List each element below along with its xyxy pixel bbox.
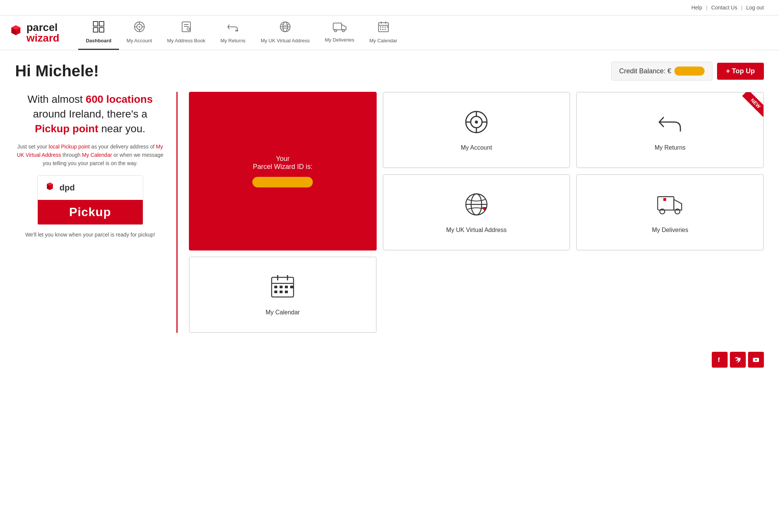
my-calendar-link[interactable]: My Calendar [82, 152, 112, 158]
returns-card-icon [657, 109, 683, 138]
svg-marker-53 [674, 200, 682, 210]
pickup-sub: Just set your local Pickup point as your… [15, 142, 165, 168]
logout-link[interactable]: Log out [746, 5, 764, 11]
nav-label-my-returns: My Returns [220, 38, 245, 43]
dpd-logo-icon [8, 25, 24, 41]
svg-rect-62 [280, 286, 283, 288]
pickup-heading-highlight2: Pickup point [35, 123, 98, 135]
svg-rect-38 [387, 26, 388, 28]
nav-item-dashboard[interactable]: Dashboard [78, 15, 119, 50]
svg-rect-67 [285, 291, 288, 293]
svg-rect-56 [663, 198, 666, 201]
right-grid: YourParcel Wizard ID is: My Account [189, 92, 764, 333]
nav-label-my-deliveries: My Deliveries [325, 37, 354, 43]
pickup-heading: With almost 600 locations around Ireland… [15, 92, 165, 136]
help-link[interactable]: Help [691, 5, 702, 11]
nav-label-my-account: My Account [127, 38, 152, 43]
pickup-heading-part3: near you. [98, 123, 145, 135]
parcel-id-value [252, 177, 313, 187]
nav-item-my-account[interactable]: My Account [119, 15, 159, 50]
svg-rect-63 [285, 286, 288, 288]
svg-rect-4 [99, 22, 104, 26]
svg-rect-6 [99, 28, 104, 32]
svg-marker-25 [342, 25, 346, 30]
nav-item-my-returns[interactable]: My Returns [213, 15, 253, 50]
svg-rect-5 [93, 28, 98, 32]
my-returns-card-wrapper: My Returns [576, 92, 764, 168]
dpd-pickup-card: dpd Pickup [37, 175, 143, 225]
calendar-card-icon [269, 274, 296, 303]
my-account-icon [133, 21, 145, 36]
svg-rect-64 [290, 286, 293, 288]
twitter-button[interactable] [730, 352, 746, 368]
pickup-heading-part2: around Ireland, there's a [33, 108, 147, 120]
youtube-button[interactable] [748, 352, 764, 368]
pickup-heading-highlight1: 600 locations [86, 93, 153, 105]
svg-point-9 [139, 26, 140, 28]
my-account-card-label: My Account [461, 144, 492, 151]
my-uk-virtual-address-card[interactable]: My UK Virtual Address [383, 175, 570, 250]
svg-rect-61 [274, 286, 277, 288]
my-account-card[interactable]: My Account [383, 92, 570, 168]
header-row: Hi Michele! Credit Balance: € + Top Up [15, 62, 764, 80]
parcel-id-title: YourParcel Wizard ID is: [253, 155, 312, 171]
my-uk-virtual-address-card-wrapper: My UK Virtual Address [383, 174, 570, 251]
separator-1: | [706, 5, 708, 11]
credit-amount-value [674, 66, 705, 76]
main-content: Hi Michele! Credit Balance: € + Top Up W… [0, 50, 779, 344]
svg-rect-65 [274, 291, 277, 293]
contact-us-link[interactable]: Contact Us [711, 5, 737, 11]
my-deliveries-card[interactable]: My Deliveries [577, 175, 764, 250]
topup-button[interactable]: + Top Up [717, 63, 764, 80]
main-grid: With almost 600 locations around Ireland… [15, 92, 764, 333]
my-account-card-wrapper: My Account [383, 92, 570, 168]
address-book-icon: @ [180, 21, 192, 36]
brand-wizard: wizard [26, 33, 59, 43]
svg-text:@: @ [188, 28, 190, 31]
brand-logo: parcel wizard [8, 19, 67, 47]
facebook-button[interactable]: f [712, 352, 728, 368]
nav-item-my-calendar[interactable]: My Calendar [362, 15, 405, 50]
svg-point-44 [475, 121, 478, 124]
credit-label: Credit Balance: € [619, 67, 671, 75]
svg-rect-33 [382, 26, 383, 28]
nav-label-dashboard: Dashboard [86, 38, 111, 43]
nav-item-my-deliveries[interactable]: My Deliveries [317, 15, 362, 50]
main-navigation: parcel wizard Dashboard My Account @ My … [0, 15, 779, 50]
separator-2: | [741, 5, 743, 11]
parcel-id-card[interactable]: YourParcel Wizard ID is: [189, 92, 377, 251]
nav-item-my-address-book[interactable]: @ My Address Book [159, 15, 213, 50]
pickup-note: We'll let you know when your parcel is r… [15, 231, 165, 239]
my-calendar-card-label: My Calendar [266, 309, 300, 316]
pickup-heading-part1: With almost [28, 93, 86, 105]
new-ribbon [733, 92, 764, 122]
footer: f [0, 344, 779, 375]
account-card-icon [463, 109, 490, 138]
my-calendar-card[interactable]: My Calendar [189, 257, 376, 332]
credit-balance: Credit Balance: € [611, 62, 713, 80]
svg-rect-35 [380, 29, 381, 30]
my-returns-card-label: My Returns [655, 144, 686, 151]
my-deliveries-card-wrapper: My Deliveries [576, 174, 764, 251]
svg-point-27 [342, 29, 345, 32]
nav-items: Dashboard My Account @ My Address Book M… [78, 15, 771, 50]
my-uk-virtual-address-card-label: My UK Virtual Address [446, 227, 507, 234]
dpd-pickup-label: Pickup [38, 200, 143, 224]
dashboard-icon [93, 21, 105, 36]
svg-rect-37 [385, 29, 386, 30]
nav-label-my-address-book: My Address Book [167, 38, 205, 43]
svg-rect-34 [385, 26, 386, 28]
my-deliveries-card-label: My Deliveries [652, 227, 688, 234]
my-calendar-card-wrapper: My Calendar [189, 257, 377, 333]
svg-rect-32 [380, 26, 381, 28]
parcel-wizard-logo: parcel wizard [26, 22, 59, 43]
returns-icon [227, 21, 239, 36]
greeting-text: Hi Michele! [15, 62, 99, 80]
credit-area: Credit Balance: € + Top Up [611, 62, 764, 80]
nav-item-my-uk-virtual-address[interactable]: My UK Virtual Address [253, 15, 317, 50]
deliveries-icon [333, 22, 346, 35]
svg-rect-3 [93, 22, 98, 26]
nav-label-my-calendar: My Calendar [369, 38, 397, 43]
local-pickup-link[interactable]: local Pickup point [49, 144, 90, 150]
calendar-icon [377, 21, 390, 36]
